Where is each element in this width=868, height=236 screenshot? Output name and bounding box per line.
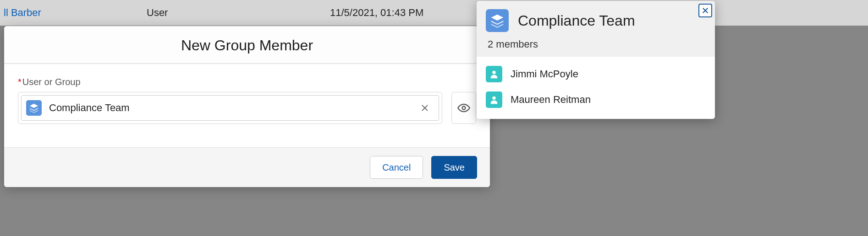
table-row-type: User [147, 7, 330, 19]
group-icon [26, 100, 42, 116]
close-icon [421, 104, 429, 112]
list-item[interactable]: Maureen Reitman [484, 87, 708, 113]
table-row: ll Barber User 11/5/2021, 01:43 PM [0, 0, 868, 26]
lookup-pill[interactable]: Compliance Team [21, 95, 439, 121]
new-group-member-modal: New Group Member *User or Group Complian… [4, 26, 490, 187]
group-preview-popover: Compliance Team 2 members Jimmi McPoyle … [477, 1, 715, 119]
svg-point-6 [492, 97, 495, 100]
popover-body: Jimmi McPoyle Maureen Reitman [477, 57, 715, 119]
avatar-icon [486, 91, 502, 108]
group-icon [486, 9, 509, 32]
lookup-row: Compliance Team [18, 92, 476, 124]
field-label-text: User or Group [22, 77, 81, 87]
table-row-name-link[interactable]: ll Barber [0, 7, 147, 19]
member-name: Jimmi McPoyle [511, 68, 578, 80]
lookup-selected-value: Compliance Team [49, 102, 418, 114]
modal-body: *User or Group Compliance Team [4, 64, 490, 148]
popover-subtitle: 2 members [486, 38, 706, 50]
member-name: Maureen Reitman [511, 94, 591, 106]
avatar-icon [486, 66, 502, 82]
modal-footer: Cancel Save [4, 148, 490, 187]
modal-header: New Group Member [4, 26, 490, 64]
required-indicator: * [18, 77, 22, 87]
cancel-button[interactable]: Cancel [370, 156, 423, 179]
popover-close-button[interactable] [698, 4, 712, 17]
svg-point-5 [492, 71, 495, 74]
field-label: *User or Group [18, 77, 476, 87]
modal-title: New Group Member [4, 37, 490, 54]
table-row-datetime: 11/5/2021, 01:43 PM [330, 7, 423, 19]
lookup-wrapper: Compliance Team [18, 92, 442, 124]
popover-title: Compliance Team [518, 12, 635, 29]
eye-icon [457, 102, 470, 114]
preview-button[interactable] [451, 92, 476, 124]
list-item[interactable]: Jimmi McPoyle [484, 61, 708, 87]
svg-point-2 [462, 107, 466, 110]
save-button[interactable]: Save [431, 156, 477, 179]
clear-selection-button[interactable] [418, 102, 431, 114]
popover-title-row: Compliance Team [486, 9, 706, 32]
close-icon [702, 7, 709, 14]
popover-header: Compliance Team 2 members [477, 1, 715, 57]
